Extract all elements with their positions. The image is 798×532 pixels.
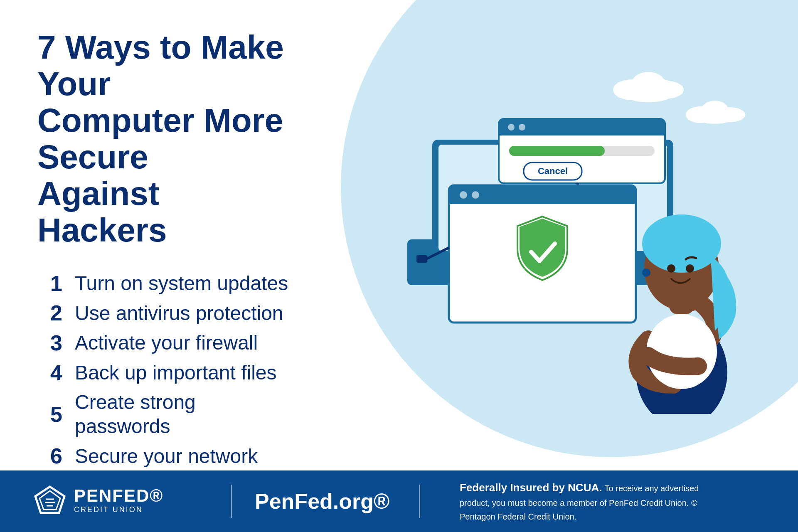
tip-number-6: 6	[37, 445, 62, 467]
main-title: 7 Ways to Make Your Computer More Secure…	[37, 29, 291, 249]
tip-text-3: Activate your firewall	[75, 331, 258, 355]
left-panel: 7 Ways to Make Your Computer More Secure…	[0, 0, 324, 470]
tip-text-4: Back up important files	[75, 361, 277, 385]
footer-logo-area: PENFED® CREDIT UNION	[33, 485, 208, 518]
svg-point-15	[508, 124, 515, 131]
tip-text-1: Turn on system updates	[75, 271, 288, 296]
svg-point-38	[642, 268, 650, 277]
tip-number-3: 3	[37, 332, 62, 354]
main-container: 7 Ways to Make Your Computer More Secure…	[0, 0, 798, 532]
svg-point-35	[642, 214, 721, 273]
svg-point-27	[472, 191, 479, 199]
svg-text:Cancel: Cancel	[538, 166, 568, 176]
footer-url: PenFed.org®	[255, 489, 396, 514]
svg-marker-40	[39, 491, 60, 510]
svg-point-3	[632, 72, 665, 95]
tip-number-4: 4	[37, 362, 62, 384]
svg-point-37	[686, 264, 694, 273]
svg-rect-18	[509, 146, 605, 156]
tip-text-2: Use antivirus protection	[75, 301, 283, 325]
svg-point-16	[519, 124, 525, 131]
tip-number-5: 5	[37, 404, 62, 425]
tip-text-5: Create strong passwords	[75, 390, 291, 438]
penfed-text-block: PENFED® CREDIT UNION	[74, 487, 163, 515]
penfed-brand-sub: CREDIT UNION	[74, 505, 163, 515]
tip-item-3: 3 Activate your firewall	[37, 331, 291, 355]
footer-divider-2	[419, 485, 420, 518]
svg-point-7	[702, 101, 728, 119]
footer-ncua-area: Federally Insured by NCUA. To receive an…	[460, 480, 709, 523]
tip-item-1: 1 Turn on system updates	[37, 271, 291, 296]
tip-number-2: 2	[37, 302, 62, 324]
illustration: Cancel	[374, 57, 748, 414]
tip-item-5: 5 Create strong passwords	[37, 390, 291, 438]
svg-point-26	[460, 191, 467, 199]
tip-item-2: 2 Use antivirus protection	[37, 301, 291, 325]
ncua-bold-text: Federally Insured by NCUA.	[460, 481, 602, 494]
content-area: 7 Ways to Make Your Computer More Secure…	[0, 0, 798, 470]
tips-list: 1 Turn on system updates 2 Use antivirus…	[37, 271, 291, 470]
footer: PENFED® CREDIT UNION PenFed.org® Federal…	[0, 470, 798, 532]
penfed-pentagon-icon	[33, 485, 66, 518]
penfed-brand-name: PENFED®	[74, 487, 163, 505]
tip-number-1: 1	[37, 273, 62, 294]
tip-text-6: Secure your network	[75, 444, 258, 468]
svg-point-36	[667, 264, 675, 273]
right-panel: Cancel	[324, 0, 798, 470]
footer-divider-1	[231, 485, 232, 518]
svg-rect-29	[416, 255, 427, 263]
tip-item-4: 4 Back up important files	[37, 361, 291, 385]
tip-item-6: 6 Secure your network	[37, 444, 291, 468]
